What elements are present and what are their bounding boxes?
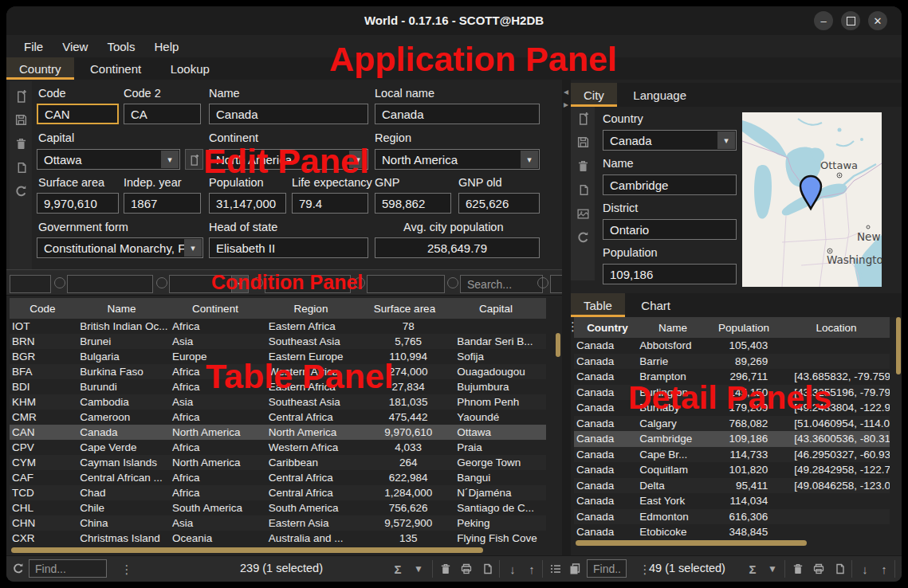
horizontal-scrollbar-thumb[interactable] [11,547,483,553]
find-options-icon[interactable]: ⋮ [118,560,136,578]
city-add-record-icon[interactable] [575,110,591,126]
head-of-state-field[interactable]: Elisabeth II [209,237,368,258]
table-row[interactable]: BRNBruneiAsiaSoutheast Asia5,765Bandar S… [10,334,546,349]
table-row[interactable]: CanadaCambridge109,186[43.3600536, -80.3… [574,431,890,447]
table-row[interactable]: TCDChadAfricaCentral Africa1,284,000N´Dj… [10,485,546,500]
city-save-icon[interactable] [575,134,591,150]
gnp-field[interactable]: 598,862 [375,193,451,214]
city-district-field[interactable]: Ontario [603,219,737,240]
column-header[interactable]: Region [263,303,359,315]
table-row[interactable]: CanadaEast York114,034 [574,493,890,509]
column-header[interactable]: Location [783,322,890,334]
continent-select[interactable]: North America▾ [209,149,368,170]
city-refresh-icon[interactable] [575,229,591,245]
title-bar[interactable]: World - 0.17.16 - SCOTT@H2DB – ✕ [6,6,902,35]
government-form-dropdown-icon[interactable]: ▾ [184,239,202,257]
city-name-field[interactable]: Cambridge [603,174,737,195]
save-icon[interactable] [13,112,29,127]
print-icon[interactable] [458,560,475,578]
close-button[interactable]: ✕ [868,11,887,30]
table-row[interactable]: BFABurkina FasoAfricaWestern Africa274,0… [10,364,546,379]
detail-columns-icon[interactable] [898,560,902,578]
search-input[interactable] [466,277,537,292]
table-row[interactable]: BDIBurundiAfricaEastern Africa27,834Buju… [10,379,546,394]
condition-search[interactable] [460,275,543,293]
table-row[interactable]: CanadaCalgary768,082[51.0460954, -114.0.… [574,416,890,432]
table-row[interactable]: CanadaCape Br...114,733[46.2950327, -60.… [574,447,890,463]
map[interactable]: Ottawa New Yo Washington [742,112,882,287]
collapse-right-icon[interactable]: ▸ [564,99,568,110]
table-row[interactable]: CMRCameroonAfricaCentral Africa475,442Ya… [10,410,546,425]
column-header[interactable]: Population [705,322,783,334]
region-select[interactable]: North America▾ [375,149,540,170]
tab-language[interactable]: Language [620,83,699,107]
panel-divider[interactable]: ◂ ▸ [562,80,571,555]
code-field[interactable]: CAN [37,104,119,124]
copy-icon[interactable] [13,159,29,175]
avg-city-population-field[interactable]: 258,649.79 [375,237,540,258]
detail-vertical-scrollbar-thumb[interactable] [896,317,901,374]
export-icon[interactable] [478,560,496,578]
detail-aggregate-icon[interactable]: Σ [744,560,761,578]
table-row[interactable]: CanadaBurlington145,150[43.3255196, -79.… [574,385,890,401]
table-row[interactable]: CanadaBarrie89,269 [574,354,890,370]
city-country-select[interactable]: Canada▾ [603,130,737,151]
menu-file[interactable]: File [14,37,53,56]
move-down-icon[interactable]: ↓ [504,560,521,578]
detail-find-input[interactable] [587,559,627,578]
add-record-icon[interactable] [13,88,29,104]
find-input[interactable] [29,559,107,578]
condition-field-region[interactable] [265,275,351,293]
life-expectancy-field[interactable]: 79.4 [292,193,368,214]
column-header[interactable]: Name [641,322,705,334]
tab-city[interactable]: City [571,83,617,107]
tab-chart[interactable]: Chart [628,293,683,317]
table-row[interactable]: CanadaBurnaby179,209[49.2433804, -122.9.… [574,400,890,416]
column-header[interactable]: Surface area [359,303,450,315]
condition-toggle-3[interactable] [252,277,263,288]
condition-field-partial[interactable] [550,275,563,293]
table-row[interactable]: IOTBritish Indian Oc...AfricaEastern Afr… [10,319,546,334]
indep-year-field[interactable]: 1867 [124,193,201,214]
column-header[interactable]: Code [10,303,76,315]
column-header[interactable]: Country [574,322,641,334]
detail-export-icon[interactable] [831,560,848,578]
city-delete-icon[interactable] [575,158,591,174]
condition-field-name[interactable] [67,275,153,293]
minimize-button[interactable]: – [814,11,833,30]
table-header[interactable]: CountryNamePopulationLocation [574,317,890,338]
tab-table[interactable]: Table [571,293,625,317]
vertical-scrollbar-thumb[interactable] [556,333,560,357]
columns-icon[interactable] [547,560,564,578]
city-copy-icon[interactable] [575,182,591,198]
tab-country[interactable]: Country [6,57,74,80]
detail-delete-icon[interactable] [789,560,807,578]
condition-toggle-5[interactable] [447,277,458,288]
menu-tools[interactable]: Tools [97,37,144,56]
column-header[interactable]: Capital [450,303,541,315]
table-row[interactable]: CAFCentral African ...AfricaCentral Afri… [10,470,546,485]
menu-view[interactable]: View [53,37,97,56]
table-row[interactable]: CANCanadaNorth AmericaNorth America9,970… [10,425,546,440]
capital-dropdown-icon[interactable]: ▾ [161,151,179,168]
collapse-left-icon[interactable]: ◂ [564,86,568,97]
gnp-old-field[interactable]: 625,626 [458,193,540,214]
duplicate-icon[interactable] [566,560,584,578]
table-row[interactable]: CHNChinaAsiaEastern Asia9,572,900Peking [10,515,546,531]
table-row[interactable]: CPVCape VerdeAfricaWestern Africa4,033Pr… [10,440,546,455]
status-delete-icon[interactable] [437,560,454,578]
table-row[interactable]: CanadaAbbotsford105,403 [574,338,890,354]
city-population-field[interactable]: 109,186 [603,264,737,284]
local-name-field[interactable]: Canada [375,104,540,124]
table-row[interactable]: BGRBulgariaEuropeEastern Europe110,994So… [10,349,546,364]
detail-horizontal-scrollbar-thumb[interactable] [576,540,807,546]
surface-area-field[interactable]: 9,970,610 [37,193,119,214]
refresh-icon[interactable] [13,183,29,199]
detail-print-icon[interactable] [810,560,827,578]
name-field[interactable]: Canada [209,104,368,124]
table-row[interactable]: CXRChristmas IslandOceaniaAustralia and … [10,531,546,546]
condition-field-surface[interactable] [367,275,445,293]
condition-field-continent[interactable] [169,275,233,293]
code2-field[interactable]: CA [124,104,201,124]
condition-toggle-4[interactable] [354,277,365,288]
